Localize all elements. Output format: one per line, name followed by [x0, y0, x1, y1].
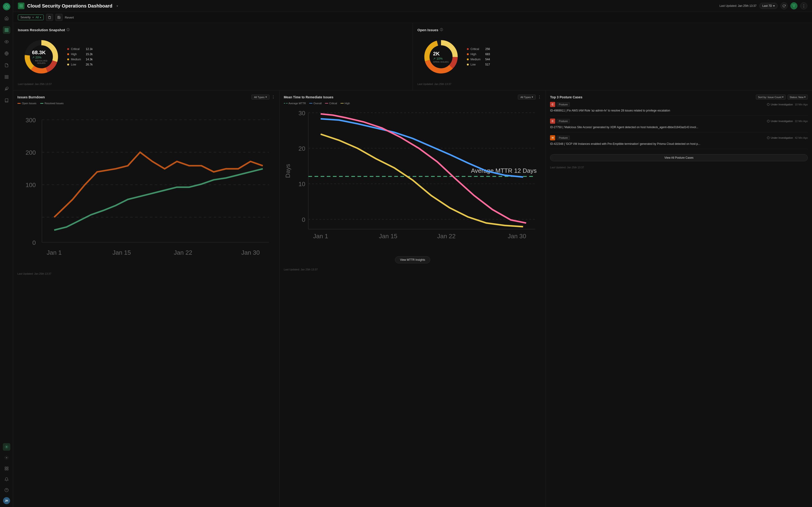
svg-text:Jan 1: Jan 1 — [47, 249, 62, 256]
svg-point-15 — [6, 457, 7, 458]
low-dot — [67, 64, 69, 65]
sidebar-item-globe[interactable] — [3, 50, 10, 57]
dashboard: Issues Resolution Snapshot ⓘ — [13, 23, 812, 507]
view-all-posture-button[interactable]: View All Posture Cases — [550, 154, 808, 161]
sidebar-item-docs[interactable] — [3, 97, 10, 104]
posture-controls: Sort by: Issue Count ▾ Status: New ▾ — [756, 95, 808, 100]
posture-item-1-time: 10 Min Ago — [795, 103, 808, 106]
refresh-button[interactable] — [780, 2, 788, 9]
title-chevron-icon[interactable]: ▾ — [116, 4, 118, 8]
legend-high: High 15.2k — [67, 53, 93, 56]
medium-dot — [67, 58, 69, 60]
burndown-more-button[interactable]: ⋮ — [271, 95, 275, 99]
mttr-chart-container: Days 30 20 10 0 Jan 1 Jan 15 Jan 22 Jan … — [284, 107, 542, 255]
mttr-title: Mean Time to Remediate Issues — [284, 95, 334, 99]
posture-item-1: C Posture Under Investigation 10 Min Ago — [550, 102, 808, 116]
svg-rect-3 — [5, 31, 6, 32]
burndown-title: Issues Burndown — [17, 95, 45, 99]
mttr-legend-overall: Overall — [309, 102, 322, 105]
mttr-type-dropdown[interactable]: All Types ▾ — [518, 95, 536, 100]
burndown-legend-resolved: Resolved Issues — [40, 102, 64, 105]
view-mttr-insights-button[interactable]: View MTTR Insights — [395, 256, 430, 263]
posture-item-2-time: 22 Min Ago — [795, 120, 808, 122]
svg-text:200: 200 — [26, 149, 36, 156]
svg-text:10: 10 — [298, 180, 305, 187]
burndown-last-updated: Last Updated: Jan 25th 13:37 — [17, 270, 275, 275]
more-options-button[interactable]: ⋮ — [800, 2, 807, 9]
open-legend-critical: Critical 256 — [467, 47, 490, 51]
app-logo[interactable] — [3, 3, 10, 10]
svg-rect-24 — [20, 6, 21, 7]
toolbar: Severity = All ▾ Revert — [13, 12, 812, 23]
svg-rect-8 — [5, 75, 6, 76]
delete-filter-button[interactable] — [46, 14, 53, 21]
user-avatar[interactable]: JH — [3, 497, 10, 504]
svg-text:30: 30 — [298, 110, 305, 117]
sidebar-item-grid[interactable] — [3, 73, 10, 81]
sidebar-bottom: JH — [3, 443, 10, 504]
legend-low: Low 26.7k — [67, 63, 93, 66]
posture-item-1-desc: ID-4969911 | Fix AWS IAM Role 'az-admin-… — [550, 108, 808, 113]
open-issues-panel: Open Issues ⓘ — [413, 23, 812, 90]
svg-text:20: 20 — [298, 145, 305, 152]
header-right: Last Updated: Jan 25th 13:37 Last 7D ▾ ⋮ — [719, 2, 807, 9]
sidebar-item-help[interactable] — [3, 486, 10, 494]
svg-text:Days: Days — [284, 164, 291, 178]
sidebar-item-notifications[interactable] — [3, 475, 10, 483]
mttr-view-insights-area: View MTTR Insights — [284, 256, 542, 263]
bottom-panels-row: Issues Burndown All Types ▾ ⋮ Open Issue… — [13, 91, 812, 507]
top-panels-row: Issues Resolution Snapshot ⓘ — [13, 23, 812, 91]
svg-point-14 — [6, 446, 7, 448]
sidebar-item-dashboard[interactable] — [3, 26, 10, 34]
posture-last-updated: Last Updated: Jan 25th 13:37 — [550, 164, 808, 169]
resolved-info-icon[interactable]: ⓘ — [66, 28, 69, 32]
burndown-panel: Issues Burndown All Types ▾ ⋮ Open Issue… — [13, 91, 280, 507]
svg-point-5 — [6, 41, 7, 43]
posture-item-1-badges: C Posture — [550, 102, 570, 107]
posture-item-3-desc: ID-422348 | 'GCP VM Instances enabled wi… — [550, 142, 808, 146]
svg-text:Jan 22: Jan 22 — [174, 249, 192, 256]
posture-status-dropdown[interactable]: Status: New ▾ — [788, 95, 808, 100]
posture-title: Top 3 Posture Cases — [550, 95, 582, 99]
sidebar-item-settings[interactable] — [3, 443, 10, 451]
svg-text:Jan 1: Jan 1 — [313, 233, 328, 240]
posture-list: C Posture Under Investigation 10 Min Ago — [550, 102, 808, 149]
burndown-chart: 300 200 100 0 Jan 1 Jan 15 Jan 22 Jan 30 — [17, 108, 275, 267]
open-info-icon[interactable]: ⓘ — [440, 28, 443, 32]
burndown-controls: All Types ▾ ⋮ — [251, 95, 275, 100]
last-updated-text: Last Updated: Jan 25th 13:37 — [719, 4, 756, 7]
severity-filter[interactable]: Severity = All ▾ — [18, 14, 44, 20]
resolved-panel-title: Issues Resolution Snapshot ⓘ — [18, 28, 408, 32]
filter-button[interactable] — [791, 2, 798, 9]
posture-item-3-type: Posture — [557, 136, 570, 140]
svg-text:Jan 22: Jan 22 — [437, 233, 455, 240]
save-filter-button[interactable] — [55, 14, 62, 21]
sidebar-item-reports[interactable] — [3, 61, 10, 69]
mttr-legend-critical: Critical — [325, 102, 337, 105]
resolved-last-updated: Last Updated: Jan 25th 13:37 — [18, 80, 408, 86]
time-range-button[interactable]: Last 7D ▾ — [759, 3, 778, 9]
burndown-type-dropdown[interactable]: All Types ▾ — [251, 95, 269, 100]
revert-button[interactable]: Revert — [65, 16, 74, 19]
resolved-line-icon — [40, 103, 44, 104]
sidebar-item-preferences[interactable] — [3, 454, 10, 461]
resolved-legend: Critical 12.1k High 15.2k Medium 14.3k — [67, 47, 93, 66]
svg-rect-18 — [5, 469, 6, 470]
sidebar-item-home[interactable] — [3, 14, 10, 22]
posture-sort-dropdown[interactable]: Sort by: Issue Count ▾ — [756, 95, 786, 100]
sidebar-item-integrations[interactable] — [3, 85, 10, 93]
svg-rect-19 — [7, 469, 8, 470]
posture-item-2-type: Posture — [557, 119, 570, 123]
sidebar-item-visibility[interactable] — [3, 38, 10, 46]
mttr-more-button[interactable]: ⋮ — [538, 95, 541, 99]
mttr-chart: Days 30 20 10 0 Jan 1 Jan 15 Jan 22 Jan … — [284, 107, 542, 254]
svg-marker-26 — [793, 5, 795, 7]
svg-text:Jan 15: Jan 15 — [112, 249, 131, 256]
sidebar-item-apps[interactable] — [3, 465, 10, 472]
svg-text:0: 0 — [33, 239, 36, 246]
mttr-controls: All Types ▾ ⋮ — [518, 95, 541, 100]
burndown-legend: Open Issues Resolved Issues — [17, 102, 275, 105]
sidebar: JH — [0, 0, 13, 507]
open-medium-dot — [467, 58, 469, 60]
open-legend-medium: Medium 544 — [467, 58, 490, 61]
